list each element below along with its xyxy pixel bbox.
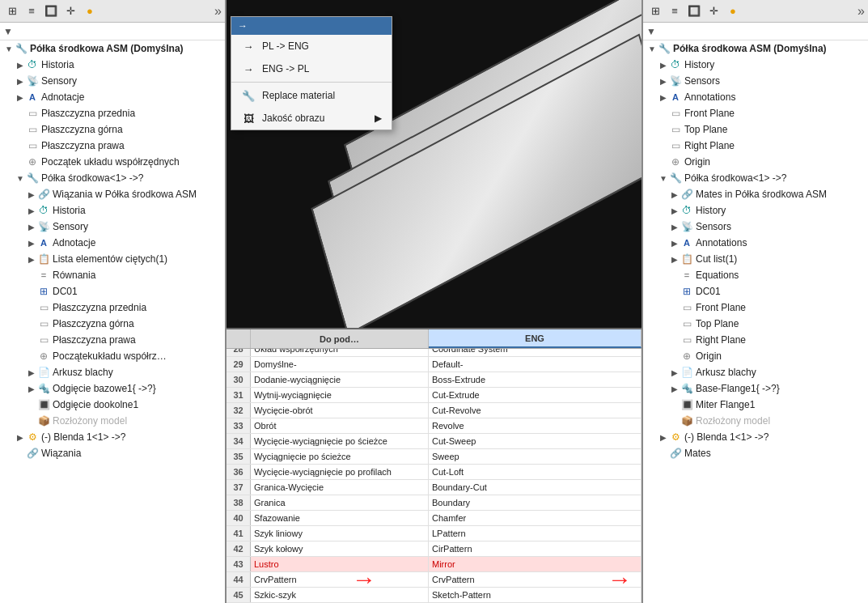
- sheet-row[interactable]: 28Układ współrzędnychCoordinate System: [227, 349, 641, 357]
- tree-item-wiazania[interactable]: ▶ 🔗 Wiązania w Półka środkowa ASM: [0, 186, 225, 202]
- context-menu-item-jakos-obrazu[interactable]: 🖼 Jakość obrazu ▶: [231, 107, 392, 130]
- tree-item-plaszczyzna-przednia2[interactable]: ▭ Płaszczyzna przednia: [0, 299, 225, 316]
- r-tree-equations[interactable]: = Equations: [643, 267, 868, 283]
- cell-col-a: Granica: [251, 495, 429, 510]
- r-tree-polka-sub[interactable]: ▼ 🔧 Półka środkowa<1> ->?: [643, 170, 868, 186]
- sheet-row[interactable]: 35Wyciągnięcie po ścieżceSweep: [227, 449, 641, 465]
- r-tree-top-plane2[interactable]: ▭ Top Plane: [643, 316, 868, 332]
- left-toolbar-btn-1[interactable]: ⊞: [3, 2, 21, 20]
- r-tree-sensors2[interactable]: ▶ 📡 Sensors: [643, 219, 868, 235]
- tree-item-rozlozony-model[interactable]: 📦 Rozłożony model: [0, 413, 225, 429]
- r-tree-arkusz-blachy[interactable]: ▶ 📄 Arkusz blachy: [643, 364, 868, 380]
- right-toolbar-btn-2[interactable]: ≡: [666, 2, 684, 20]
- sheet-row[interactable]: 31Wytnij-wyciągnięcieCut-Extrude: [227, 388, 641, 403]
- right-toolbar-btn-3[interactable]: 🔲: [685, 2, 703, 20]
- tree-item-polka-sub[interactable]: ▼ 🔧 Półka środkowa<1> ->?: [0, 170, 225, 186]
- tree-item-blenda[interactable]: ▶ ⚙ (-) Blenda 1<1> ->?: [0, 429, 225, 445]
- context-menu-item-replace-material[interactable]: 🔧 Replace material: [231, 84, 392, 107]
- tree-item-adnotacje1[interactable]: ▶ A Adnotacje: [0, 89, 225, 105]
- tree-item-odgiecie-dookolne[interactable]: 🔳 Odgięcie dookolne1: [0, 397, 225, 413]
- r-tree-base-flange[interactable]: ▶ 🔩 Base-Flange1{ ->?}: [643, 380, 868, 397]
- right-toolbar-btn-1[interactable]: ⊞: [646, 2, 664, 20]
- sheet-row[interactable]: 43LustroMirror: [227, 557, 641, 572]
- context-menu-item-pl-eng[interactable]: → PL -> ENG: [231, 35, 392, 57]
- replace-material-label: Replace material: [262, 90, 335, 101]
- r-tree-front-plane[interactable]: ▭ Front Plane: [643, 105, 868, 121]
- jakos-obrazu-sub-arrow: ▶: [375, 113, 382, 124]
- r-tree-dc01[interactable]: ⊞ DC01: [643, 283, 868, 299]
- tree-item-lista-elem[interactable]: ▶ 📋 Lista elementów ciętych(1): [0, 251, 225, 267]
- sheet-row[interactable]: 29Domyślne-Default-: [227, 357, 641, 372]
- context-menu-item-eng-pl[interactable]: → ENG -> PL: [231, 57, 392, 80]
- tree-item-odgiecie-bazowe[interactable]: ▶ 🔩 Odgięcie bazowe1{ ->?}: [0, 380, 225, 397]
- r-tree-history1[interactable]: ▶ ⏱ History: [643, 57, 868, 73]
- left-toolbar-btn-2[interactable]: ≡: [23, 2, 40, 20]
- sheet-row[interactable]: 32Wycięcie-obrótCut-Revolve: [227, 403, 641, 418]
- header-col-b: ENG: [429, 329, 641, 348]
- tree-item-sensory1[interactable]: ▶ 📡 Sensory: [0, 73, 225, 89]
- r-tree-history2[interactable]: ▶ ⏱ History: [643, 202, 868, 219]
- r-tree-sensors1[interactable]: ▶ 📡 Sensors: [643, 73, 868, 89]
- r-tree-blenda[interactable]: ▶ ⚙ (-) Blenda 1<1> ->?: [643, 429, 868, 445]
- sheet-row[interactable]: 44CrvPatternCrvPattern: [227, 572, 641, 588]
- tree-item-poczatek2[interactable]: ⊕ Początekukładu współrz…: [0, 348, 225, 364]
- right-assembly-title: Półka środkowa ASM (Domyślna): [673, 43, 827, 54]
- left-toolbar-btn-3[interactable]: 🔲: [42, 2, 60, 20]
- sheet-row[interactable]: 40SfazowanieChamfer: [227, 511, 641, 526]
- tree-item-arkusz-blachy[interactable]: ▶ 📄 Arkusz blachy: [0, 364, 225, 380]
- r-tree-mates[interactable]: 🔗 Mates: [643, 445, 868, 461]
- tree-item-historia1[interactable]: ▶ ⏱ Historia: [0, 57, 225, 73]
- tree-item-plaszczyzna-prawa1[interactable]: ▭ Płaszczyzna prawa: [0, 138, 225, 154]
- right-toolbar-btn-4[interactable]: ✛: [705, 2, 722, 20]
- r-tree-annotations1[interactable]: ▶ A Annotations: [643, 89, 868, 105]
- cell-row-num: 36: [227, 465, 251, 479]
- tree-item-plaszczyzna-prawa2[interactable]: ▭ Płaszczyzna prawa: [0, 332, 225, 348]
- sheet-row[interactable]: 45Szkic-szykSketch-Pattern: [227, 588, 641, 603]
- cell-col-a: Szkic-szyk: [251, 588, 429, 602]
- cell-row-num: 37: [227, 480, 251, 495]
- r-tree-right-plane2[interactable]: ▭ Right Plane: [643, 332, 868, 348]
- tree-item-plaszczyzna-przednia1[interactable]: ▭ Płaszczyzna przednia: [0, 105, 225, 121]
- right-assembly-root[interactable]: ▼ 🔧 Półka środkowa ASM (Domyślna): [643, 40, 868, 57]
- r-tree-rozlozony[interactable]: 📦 Rozłożony model: [643, 413, 868, 429]
- tree-item-adnotacje2[interactable]: ▶ A Adnotacje: [0, 235, 225, 251]
- tree-item-plaszczyzna-gorna2[interactable]: ▭ Płaszczyzna górna: [0, 316, 225, 332]
- left-toolbar-btn-4[interactable]: ✛: [61, 2, 79, 20]
- expand-icon: ▼: [3, 43, 15, 54]
- sheet-row[interactable]: 30Dodanie-wyciągnięcieBoss-Extrude: [227, 372, 641, 388]
- tree-item-rownania[interactable]: = Równania: [0, 267, 225, 283]
- r-tree-top-plane1[interactable]: ▭ Top Plane: [643, 121, 868, 138]
- tree-item-sensory2[interactable]: ▶ 📡 Sensory: [0, 219, 225, 235]
- r-tree-miter-flange[interactable]: 🔳 Miter Flange1: [643, 397, 868, 413]
- right-feature-tree: ⊞ ≡ 🔲 ✛ ● » ▼ ▼ 🔧 Półka środkowa ASM (Do…: [641, 0, 868, 603]
- sheet-row[interactable]: 36Wycięcie-wyciągnięcie po profilachCut-…: [227, 465, 641, 480]
- sheet-row[interactable]: 33ObrótRevolve: [227, 418, 641, 434]
- sheet-row[interactable]: 34Wycięcie-wyciągnięcie po ścieżceCut-Sw…: [227, 434, 641, 449]
- sheet-row[interactable]: 42Szyk kołowyCirPattern: [227, 541, 641, 557]
- r-tree-origin2[interactable]: ⊕ Origin: [643, 348, 868, 364]
- r-tree-cutlist[interactable]: ▶ 📋 Cut list(1): [643, 251, 868, 267]
- left-assembly-root[interactable]: ▼ 🔧 Półka środkowa ASM (Domyślna): [0, 40, 225, 57]
- tree-item-plaszczyzna-gorna1[interactable]: ▭ Płaszczyzna górna: [0, 121, 225, 138]
- right-toolbar-more[interactable]: »: [857, 4, 865, 19]
- r-tree-annotations2[interactable]: ▶ A Annotations: [643, 235, 868, 251]
- tree-item-dc01[interactable]: ⊞ DC01: [0, 283, 225, 299]
- spreadsheet-body[interactable]: 26Oss27Odnośniki wiązaniaMateReferences2…: [227, 349, 641, 603]
- sheet-row[interactable]: 41Szyk liniowyLPattern: [227, 526, 641, 541]
- sheet-row[interactable]: 37Granica-WycięcieBoundary-Cut: [227, 480, 641, 495]
- left-toolbar-more[interactable]: »: [214, 4, 222, 19]
- context-menu-header-icon: →: [238, 20, 248, 32]
- sheet-row[interactable]: 38GranicaBoundary: [227, 495, 641, 511]
- left-toolbar-btn-5[interactable]: ●: [81, 2, 99, 20]
- tree-item-wiazania2[interactable]: 🔗 Wiązania: [0, 445, 225, 461]
- r-tree-mates-sub[interactable]: ▶ 🔗 Mates in Półka środkowa ASM: [643, 186, 868, 202]
- cell-col-a: Sfazowanie: [251, 511, 429, 525]
- cell-row-num: 32: [227, 403, 251, 418]
- right-toolbar-btn-5[interactable]: ●: [724, 2, 742, 20]
- tree-item-historia2[interactable]: ▶ ⏱ Historia: [0, 202, 225, 219]
- cell-col-b: Boundary-Cut: [429, 480, 641, 495]
- tree-item-poczatek1[interactable]: ⊕ Początek układu współrzędnych: [0, 154, 225, 170]
- r-tree-right-plane1[interactable]: ▭ Right Plane: [643, 138, 868, 154]
- r-tree-front-plane2[interactable]: ▭ Front Plane: [643, 299, 868, 316]
- r-tree-origin1[interactable]: ⊕ Origin: [643, 154, 868, 170]
